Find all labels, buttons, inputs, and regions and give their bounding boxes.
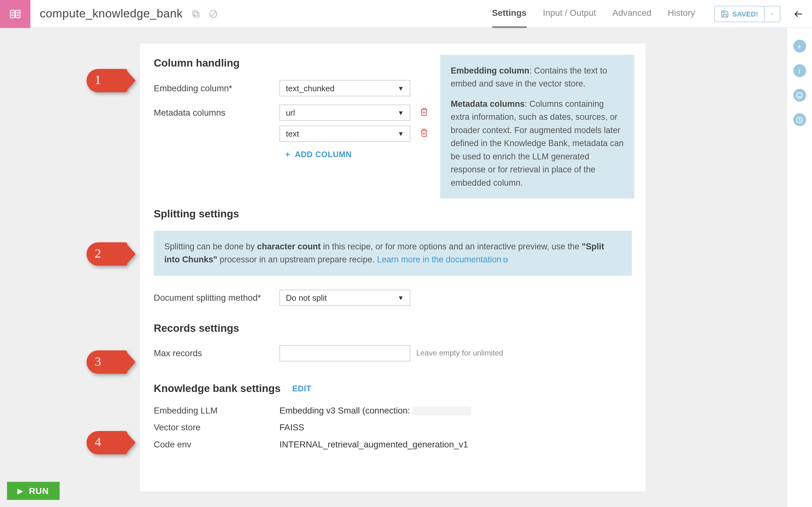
saved-button[interactable]: SAVED! — [714, 6, 780, 22]
svg-point-13 — [797, 92, 802, 98]
embedding-column-value: text_chunked — [286, 83, 335, 93]
svg-line-11 — [211, 11, 216, 16]
callout-2: 2 — [87, 242, 128, 266]
metadata-columns-label: Metadata columns — [154, 105, 280, 118]
callout-4: 4 — [87, 431, 128, 454]
play-icon: ▶ — [17, 487, 23, 495]
redacted-connection — [412, 407, 471, 416]
rail-info-icon[interactable]: i — [793, 64, 806, 77]
split-info-mid: in this recipe, or for more options and … — [321, 242, 582, 251]
splitting-info-box: Splitting can be done by character count… — [154, 231, 632, 276]
chevron-down-icon: ▼ — [397, 84, 404, 92]
info-metadata-text: : Columns containing extra information, … — [451, 99, 623, 187]
rail-chat-icon[interactable] — [793, 89, 806, 102]
splitting-method-value: Do not split — [286, 293, 327, 302]
code-env-label: Code env — [154, 440, 280, 449]
embedding-column-label: Embedding column* — [154, 80, 280, 93]
trash-icon[interactable] — [420, 125, 428, 142]
right-rail: + i — [786, 28, 812, 507]
tab-advanced[interactable]: Advanced — [612, 8, 652, 20]
split-info-bold1: character count — [257, 242, 321, 251]
embedding-llm-label: Embedding LLM — [154, 405, 280, 415]
rail-clock-icon[interactable] — [793, 113, 806, 126]
section-records: Records settings — [154, 322, 632, 335]
chevron-down-icon — [769, 11, 775, 16]
embedding-llm-value: Embedding v3 Small (connection: — [280, 405, 410, 415]
section-knowledge-bank: Knowledge bank settings — [154, 383, 281, 395]
vector-store-value: FAISS — [280, 422, 304, 432]
metadata-column-value-0: url — [286, 108, 295, 117]
add-column-label: ADD COLUMN — [295, 150, 352, 159]
circle-slash-icon[interactable] — [208, 9, 217, 18]
tab-input-output[interactable]: Input / Output — [543, 8, 596, 20]
svg-rect-8 — [194, 12, 199, 17]
back-arrow[interactable] — [793, 9, 804, 19]
vector-store-label: Vector store — [154, 422, 280, 432]
column-info-box: Embedding column: Contains the text to e… — [440, 55, 635, 199]
run-button[interactable]: ▶ RUN — [7, 482, 59, 500]
tab-settings[interactable]: Settings — [492, 8, 526, 20]
info-embedding-title: Embedding column — [451, 66, 529, 75]
max-records-label: Max records — [154, 345, 280, 358]
edit-kb-link[interactable]: EDIT — [293, 384, 311, 393]
chevron-down-icon: ▼ — [397, 294, 404, 301]
rail-add-icon[interactable]: + — [793, 40, 806, 53]
callout-1: 1 — [87, 69, 128, 92]
saved-caret[interactable] — [765, 11, 780, 16]
metadata-column-select-0[interactable]: url ▼ — [280, 105, 410, 121]
saved-label: SAVED! — [732, 9, 758, 18]
top-bar: compute_knowledge_bank Settings Input / … — [0, 0, 812, 28]
info-metadata-title: Metadata columns — [451, 99, 525, 108]
svg-rect-9 — [193, 10, 197, 15]
split-info-prefix: Splitting can be done by — [164, 242, 257, 251]
section-splitting: Splitting settings — [154, 208, 632, 220]
tab-history[interactable]: History — [668, 8, 695, 20]
add-column-button[interactable]: + ADD COLUMN — [285, 150, 351, 159]
copy-icon[interactable] — [191, 9, 200, 18]
page-title: compute_knowledge_bank — [40, 7, 183, 20]
learn-more-link[interactable]: Learn more in the documentation⧉ — [377, 255, 508, 264]
trash-icon[interactable] — [420, 105, 428, 121]
metadata-column-select-1[interactable]: text ▼ — [280, 125, 410, 142]
split-info-suffix: processor in an upstream prepare recipe. — [217, 255, 377, 264]
code-env-value: INTERNAL_retrieval_augmented_generation_… — [280, 440, 468, 449]
run-label: RUN — [29, 486, 49, 496]
splitting-method-select[interactable]: Do not split ▼ — [280, 290, 410, 306]
settings-panel: Column handling Embedding column* text_c… — [139, 43, 647, 493]
max-records-input[interactable] — [280, 345, 410, 361]
chevron-down-icon: ▼ — [397, 109, 404, 116]
external-link-icon: ⧉ — [503, 256, 508, 264]
tab-bar: Settings Input / Output Advanced History — [492, 0, 695, 28]
metadata-column-value-1: text — [286, 129, 299, 138]
splitting-method-label: Document splitting method* — [154, 290, 280, 302]
save-icon — [721, 9, 729, 18]
recipe-icon[interactable] — [0, 0, 31, 28]
embedding-column-select[interactable]: text_chunked ▼ — [280, 80, 410, 96]
chevron-down-icon: ▼ — [397, 130, 404, 137]
callout-3: 3 — [87, 350, 128, 374]
plus-icon: + — [285, 150, 290, 159]
max-records-hint: Leave empty for unlimited — [416, 345, 503, 357]
